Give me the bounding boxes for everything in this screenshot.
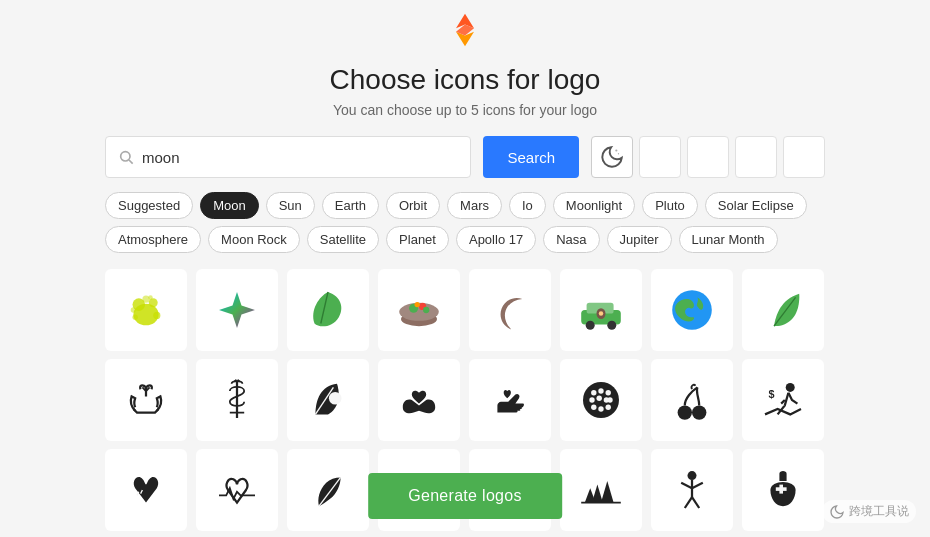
icon-card[interactable]	[742, 269, 824, 351]
watermark-text: 跨境工具说	[849, 503, 909, 520]
icon-card[interactable]	[651, 449, 733, 531]
svg-point-21	[415, 302, 420, 307]
icon-slot-1[interactable]	[591, 136, 633, 178]
generate-button-row: Generate logos	[368, 473, 562, 519]
svg-line-4	[129, 160, 133, 164]
tags-row: SuggestedMoonSunEarthOrbitMarsIoMoonligh…	[105, 192, 825, 253]
icon-slots	[591, 136, 825, 178]
svg-marker-58	[585, 488, 596, 502]
icon-card[interactable]	[105, 359, 187, 441]
svg-marker-57	[601, 481, 614, 503]
svg-point-48	[786, 383, 795, 392]
search-box	[105, 136, 471, 178]
svg-point-28	[599, 311, 604, 316]
tag-moon-rock[interactable]: Moon Rock	[208, 226, 300, 253]
tag-atmosphere[interactable]: Atmosphere	[105, 226, 201, 253]
tag-mars[interactable]: Mars	[447, 192, 502, 219]
tag-jupiter[interactable]: Jupiter	[607, 226, 672, 253]
icon-card[interactable]	[196, 269, 278, 351]
tag-io[interactable]: Io	[509, 192, 546, 219]
svg-point-5	[615, 149, 617, 151]
tag-lunar-month[interactable]: Lunar Month	[679, 226, 778, 253]
icon-card[interactable]	[651, 269, 733, 351]
icon-card[interactable]	[560, 449, 642, 531]
svg-line-65	[692, 497, 699, 508]
generate-logos-button[interactable]: Generate logos	[368, 473, 562, 519]
icon-card[interactable]	[105, 449, 187, 531]
svg-text:$: $	[769, 388, 775, 400]
icon-card[interactable]: $	[742, 359, 824, 441]
tag-planet[interactable]: Planet	[386, 226, 449, 253]
svg-point-47	[692, 405, 706, 419]
svg-point-10	[153, 312, 160, 319]
brand-logo	[447, 12, 483, 52]
tag-moon[interactable]: Moon	[200, 192, 259, 219]
svg-point-45	[606, 405, 611, 410]
icon-card[interactable]	[196, 449, 278, 531]
icon-card[interactable]	[105, 269, 187, 351]
tag-moonlight[interactable]: Moonlight	[553, 192, 635, 219]
svg-point-33	[329, 392, 342, 405]
icon-card[interactable]	[469, 269, 551, 351]
tag-pluto[interactable]: Pluto	[642, 192, 698, 219]
tag-satellite[interactable]: Satellite	[307, 226, 379, 253]
icon-card[interactable]	[469, 359, 551, 441]
search-button[interactable]: Search	[483, 136, 579, 178]
svg-point-11	[133, 315, 138, 320]
svg-line-62	[681, 483, 692, 488]
search-icon	[118, 149, 134, 165]
icon-slot-2[interactable]	[639, 136, 681, 178]
tag-sun[interactable]: Sun	[266, 192, 315, 219]
svg-point-43	[591, 405, 596, 410]
icon-card[interactable]	[742, 449, 824, 531]
svg-line-64	[685, 497, 692, 508]
svg-point-44	[598, 406, 603, 411]
svg-point-25	[586, 321, 595, 330]
svg-point-36	[591, 390, 596, 395]
svg-point-9	[149, 298, 158, 307]
svg-point-60	[688, 471, 697, 480]
icon-slot-4[interactable]	[735, 136, 777, 178]
search-row: Search	[105, 136, 825, 178]
icon-card[interactable]	[196, 359, 278, 441]
tag-solar-eclipse[interactable]: Solar Eclipse	[705, 192, 807, 219]
tag-orbit[interactable]: Orbit	[386, 192, 440, 219]
svg-point-13	[148, 295, 153, 300]
svg-point-3	[121, 152, 130, 161]
svg-point-46	[678, 405, 692, 419]
tag-suggested[interactable]: Suggested	[105, 192, 193, 219]
svg-point-26	[607, 321, 616, 330]
icon-slot-5[interactable]	[783, 136, 825, 178]
tag-earth[interactable]: Earth	[322, 192, 379, 219]
svg-point-14	[131, 307, 136, 312]
icon-card[interactable]	[560, 269, 642, 351]
icon-card[interactable]	[560, 359, 642, 441]
svg-point-37	[598, 388, 603, 393]
search-input[interactable]	[142, 149, 458, 166]
svg-point-39	[589, 397, 594, 402]
icon-card[interactable]	[287, 449, 369, 531]
icon-card[interactable]	[287, 269, 369, 351]
svg-rect-68	[776, 487, 787, 491]
page-title: Choose icons for logo	[330, 64, 601, 96]
svg-point-42	[607, 397, 612, 402]
svg-point-38	[606, 390, 611, 395]
svg-point-22	[423, 307, 429, 313]
svg-point-6	[618, 153, 619, 154]
tag-apollo-17[interactable]: Apollo 17	[456, 226, 536, 253]
icon-card[interactable]	[378, 359, 460, 441]
tag-nasa[interactable]: Nasa	[543, 226, 599, 253]
icon-slot-3[interactable]	[687, 136, 729, 178]
svg-point-40	[597, 396, 602, 401]
icon-card[interactable]	[287, 359, 369, 441]
icon-card[interactable]	[651, 359, 733, 441]
svg-line-63	[692, 483, 703, 488]
watermark: 跨境工具说	[822, 500, 916, 523]
page-subtitle: You can choose up to 5 icons for your lo…	[333, 102, 597, 118]
icon-card[interactable]	[378, 269, 460, 351]
